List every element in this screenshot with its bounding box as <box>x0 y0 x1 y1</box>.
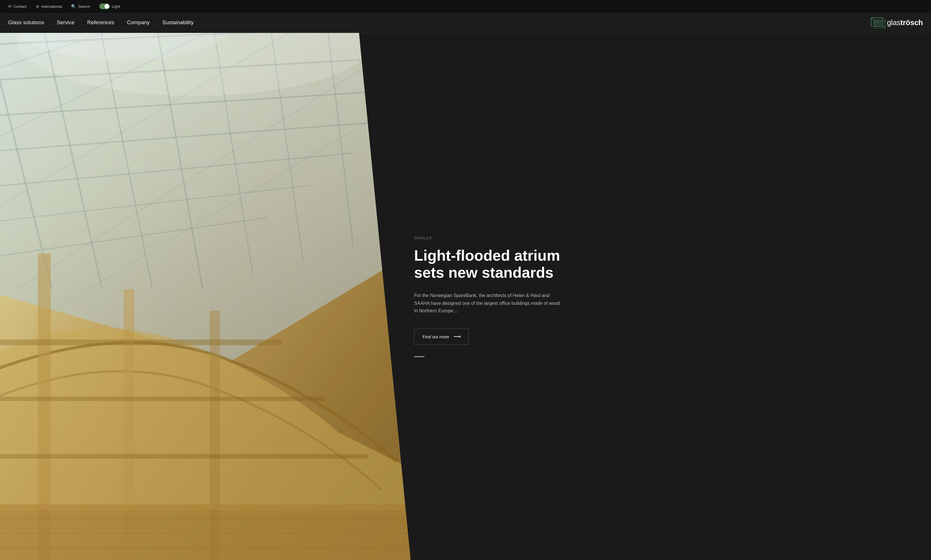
light-mode-toggle[interactable] <box>99 3 110 9</box>
nav-links: Glass solutions Service References Compa… <box>8 13 923 33</box>
glass-ceiling-grid <box>0 33 411 560</box>
logo: glaströsch <box>871 17 923 29</box>
nav-service[interactable]: Service <box>51 13 81 33</box>
svg-rect-6 <box>875 21 886 29</box>
svg-line-3 <box>882 18 886 21</box>
hero-image-area <box>0 33 391 560</box>
search-icon: 🔍 <box>71 4 76 9</box>
arrow-right-icon: ⟶ <box>453 334 460 340</box>
main-nav: Glass solutions Service References Compa… <box>0 13 931 33</box>
nav-company[interactable]: Company <box>121 13 156 33</box>
globe-icon: ⊕ <box>36 4 39 9</box>
hero-section: OKALUX Light-flooded atrium sets new sta… <box>0 33 931 560</box>
nav-references[interactable]: References <box>81 13 121 33</box>
hero-content: OKALUX Light-flooded atrium sets new sta… <box>391 33 931 560</box>
glastroesch-icon <box>871 17 886 29</box>
logo-text: glaströsch <box>887 18 923 27</box>
atrium-image <box>0 33 411 560</box>
nav-glass-solutions[interactable]: Glass solutions <box>8 13 51 33</box>
cta-label: Find out more <box>422 334 449 339</box>
search-label: Search <box>78 4 90 9</box>
mail-icon: ✉ <box>8 4 12 9</box>
top-bar: ✉ Contact ⊕ International 🔍 Search Light <box>0 0 931 13</box>
contact-label: Contact <box>14 4 26 9</box>
nav-sustainability[interactable]: Sustainability <box>156 13 200 33</box>
hero-tag: OKALUX <box>414 236 908 240</box>
international-link[interactable]: ⊕ International <box>36 4 62 9</box>
logo-area[interactable]: glaströsch <box>871 17 923 29</box>
hero-title: Light-flooded atrium sets new standards <box>414 247 582 282</box>
contact-link[interactable]: ✉ Contact <box>8 4 26 9</box>
pagination-indicator <box>414 356 425 357</box>
search-link[interactable]: 🔍 Search <box>71 4 90 9</box>
international-label: International <box>41 4 62 9</box>
svg-rect-41 <box>0 33 411 560</box>
light-toggle-wrapper: Light <box>99 3 120 9</box>
light-label: Light <box>112 4 120 9</box>
find-out-more-button[interactable]: Find out more ⟶ <box>414 329 469 345</box>
hero-description: For the Norwegian SpareBank, the archite… <box>414 292 564 315</box>
